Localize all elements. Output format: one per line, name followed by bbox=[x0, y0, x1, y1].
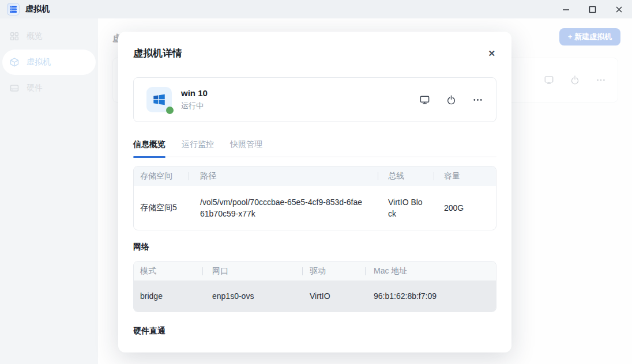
passthrough-section-heading: 硬件直通 bbox=[133, 326, 496, 336]
storage-bus-cell: VirtIO Block bbox=[378, 186, 434, 230]
column-header: 总线 bbox=[378, 166, 434, 186]
storage-space-cell: 存储空间5 bbox=[134, 186, 189, 230]
network-table-header: 模式 网口 驱动 Mac 地址 bbox=[134, 261, 496, 280]
window-titlebar: 虚拟机 bbox=[0, 0, 632, 18]
vm-details-modal: 虚拟机详情 ✕ win 10 运行中 bbox=[118, 32, 511, 352]
column-header: Mac 地址 bbox=[365, 261, 496, 280]
window-close-button[interactable] bbox=[605, 0, 632, 18]
storage-table: 存储空间 路径 总线 容量 存储空间5 /vol5/vm/pool/70cccb… bbox=[133, 166, 496, 230]
column-header: 存储空间 bbox=[134, 166, 189, 186]
network-port-cell: enp1s0-ovs bbox=[202, 280, 302, 312]
window-minimize-button[interactable] bbox=[552, 0, 579, 18]
modal-close-icon[interactable]: ✕ bbox=[487, 48, 496, 59]
network-section-heading: 网络 bbox=[133, 242, 496, 252]
network-table: 模式 网口 驱动 Mac 地址 bridge enp1s0-ovs VirtIO… bbox=[133, 261, 496, 312]
table-row[interactable]: 存储空间5 /vol5/vm/pool/70cccbae-65e5-4cf9-8… bbox=[134, 186, 496, 230]
column-header: 路径 bbox=[189, 166, 378, 186]
column-header: 驱动 bbox=[302, 261, 365, 280]
status-running-dot bbox=[166, 107, 174, 114]
network-mac-cell: 96:b1:62:8b:f7:09 bbox=[365, 280, 496, 312]
network-mode-cell: bridge bbox=[134, 280, 202, 312]
window-maximize-button[interactable] bbox=[579, 0, 605, 18]
app-logo-icon bbox=[7, 3, 20, 16]
table-row[interactable]: bridge enp1s0-ovs VirtIO 96:b1:62:8b:f7:… bbox=[134, 280, 496, 312]
window-title: 虚拟机 bbox=[25, 4, 50, 14]
windows-logo-icon bbox=[146, 87, 172, 112]
vm-summary-card: win 10 运行中 bbox=[133, 77, 496, 122]
column-header: 模式 bbox=[134, 261, 202, 280]
more-actions-icon[interactable] bbox=[472, 94, 483, 105]
network-driver-cell: VirtIO bbox=[302, 280, 365, 312]
detail-tabs: 信息概览 运行监控 快照管理 bbox=[133, 139, 496, 157]
vm-status: 运行中 bbox=[181, 101, 208, 111]
console-icon[interactable] bbox=[419, 94, 430, 105]
column-header: 网口 bbox=[202, 261, 302, 280]
storage-table-header: 存储空间 路径 总线 容量 bbox=[134, 166, 496, 186]
storage-path-cell: /vol5/vm/pool/70cccbae-65e5-4cf9-853d-6f… bbox=[189, 186, 378, 230]
modal-title: 虚拟机详情 bbox=[133, 47, 182, 60]
tab-snapshots[interactable]: 快照管理 bbox=[230, 139, 262, 157]
power-icon[interactable] bbox=[446, 94, 457, 105]
tab-info-overview[interactable]: 信息概览 bbox=[133, 139, 165, 157]
tab-monitoring[interactable]: 运行监控 bbox=[182, 139, 214, 157]
vm-name: win 10 bbox=[181, 88, 208, 98]
column-header: 容量 bbox=[434, 166, 496, 186]
storage-capacity-cell: 200G bbox=[434, 186, 496, 230]
